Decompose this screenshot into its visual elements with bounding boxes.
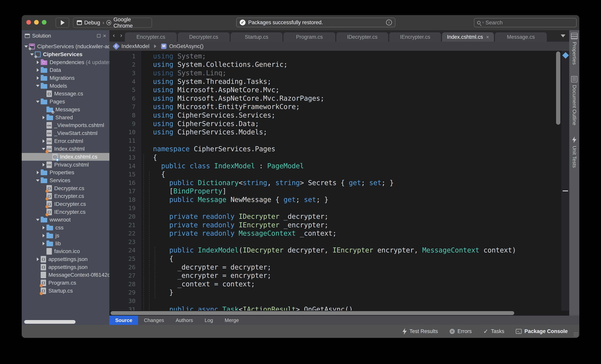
tree-item-cipherservices[interactable]: CipherServices — [22, 51, 110, 59]
tree-item-css[interactable]: css — [22, 224, 110, 232]
tree-item-error-cshtml[interactable]: Error.cshtml — [22, 137, 110, 145]
code-line[interactable]: 17 [BindProperty] — [110, 187, 554, 196]
tree-item-viewstart-cshtml[interactable]: _ViewStart.cshtml — [22, 129, 110, 137]
expand-chevron-icon[interactable] — [41, 226, 47, 229]
code-line[interactable]: 30 — [110, 297, 554, 305]
code-line[interactable]: 12namespace CipherServices.Pages — [110, 145, 554, 153]
code-line[interactable]: 15 { — [110, 170, 554, 179]
tab-idecrypter-cs[interactable]: IDecrypter.cs — [336, 32, 388, 42]
vc-tab-source[interactable]: Source — [110, 316, 138, 325]
tab-program-cs[interactable]: Program.cs — [283, 32, 335, 42]
collapse-chevron-icon[interactable] — [35, 219, 41, 221]
code-line[interactable]: 8using CipherServices.Services; — [110, 111, 554, 120]
code-line[interactable]: 16 public Dictionary<string, string> Sec… — [110, 179, 554, 187]
run-button[interactable] — [56, 18, 69, 28]
code-editor[interactable]: 1using System;2using System.Collections.… — [110, 51, 569, 311]
tree-item-favicon-ico[interactable]: favicon.ico — [22, 247, 110, 255]
expand-chevron-icon[interactable] — [41, 242, 47, 245]
dock-pad-icon[interactable] — [97, 34, 100, 38]
pad-tab-properties[interactable]: Properties — [571, 33, 578, 65]
expand-chevron-icon[interactable] — [35, 258, 41, 261]
vc-tab-log[interactable]: Log — [199, 316, 219, 325]
tree-item-services[interactable]: Services — [22, 177, 110, 184]
vc-tab-merge[interactable]: Merge — [219, 316, 245, 325]
close-pad-icon[interactable]: × — [103, 34, 106, 38]
statusbar-errors[interactable]: ✕Errors — [450, 328, 472, 334]
code-line[interactable]: 24 public IndexModel(IDecrypter decrypte… — [110, 246, 554, 255]
resize-grip[interactable] — [573, 332, 578, 336]
pad-tab-document-outline[interactable]: Document Outline — [571, 76, 577, 125]
code-line[interactable]: 25 { — [110, 254, 554, 263]
tree-item-pages[interactable]: Pages — [22, 98, 110, 106]
collapse-chevron-icon[interactable] — [35, 101, 41, 103]
tree-item-viewimports-cshtml[interactable]: _ViewImports.cshtml — [22, 121, 110, 129]
code-line[interactable]: 11 — [110, 136, 554, 145]
tab-decrypter-cs[interactable]: Decrypter.cs — [178, 32, 230, 42]
tab-iencrypter-cs[interactable]: IEncrypter.cs — [389, 32, 441, 42]
tree-item-messages[interactable]: Messages — [22, 106, 110, 114]
collapse-chevron-icon[interactable] — [29, 53, 35, 56]
tree-item-index-cshtml[interactable]: Index.cshtml — [22, 145, 110, 153]
tree-item-properties[interactable]: Properties — [22, 169, 110, 177]
tree-item-encrypter-cs[interactable]: Encrypter.cs — [22, 192, 110, 200]
collapse-chevron-icon[interactable] — [23, 45, 29, 48]
tree-item-data[interactable]: Data — [22, 66, 110, 74]
tree-item-index-cshtml-cs[interactable]: Index.cshtml.cs — [22, 153, 110, 161]
close-icon[interactable]: × — [486, 34, 489, 40]
tab-index-cshtml-cs[interactable]: Index.cshtml.cs× — [442, 32, 494, 42]
tab-overflow-dropdown-icon[interactable] — [561, 34, 565, 37]
tab-encrypter-cs[interactable]: Encrypter.cs — [125, 32, 177, 42]
tree-item-appsettings-json[interactable]: appsettings.json — [22, 255, 110, 263]
tree-item-lib[interactable]: lib — [22, 240, 110, 247]
code-line[interactable]: 13{ — [110, 153, 554, 162]
tree-item-dependencies[interactable]: Dependencies(4 updates) — [22, 58, 110, 66]
expand-chevron-icon[interactable] — [41, 163, 47, 167]
code-line[interactable]: 5using Microsoft.AspNetCore.Mvc; — [110, 86, 554, 94]
minimize-window-button[interactable] — [34, 20, 39, 25]
code-line[interactable]: 29 } — [110, 288, 554, 297]
breadcrumb-class[interactable]: C IndexModel — [114, 43, 150, 49]
tree-item-privacy-cshtml[interactable]: Privacy.cshtml — [22, 161, 110, 169]
breadcrumb-method[interactable]: M OnGetAsync() — [161, 43, 203, 49]
expand-chevron-icon[interactable] — [35, 171, 41, 174]
expand-chevron-icon[interactable] — [35, 76, 41, 80]
editor-horizontal-scrollbar[interactable] — [110, 311, 514, 315]
code-line[interactable]: 19 — [110, 204, 554, 212]
code-line[interactable]: 4using System.Threading.Tasks; — [110, 77, 554, 86]
expand-chevron-icon[interactable] — [41, 116, 47, 119]
search-input[interactable] — [485, 20, 563, 26]
tab-startup-cs[interactable]: Startup.cs — [230, 32, 282, 42]
expand-chevron-icon[interactable] — [41, 234, 47, 237]
vc-tab-changes[interactable]: Changes — [138, 316, 170, 325]
collapse-chevron-icon[interactable] — [35, 85, 41, 87]
vc-tab-authors[interactable]: Authors — [170, 316, 199, 325]
tree-item-message-cs[interactable]: Message.cs — [22, 90, 110, 98]
expand-chevron-icon[interactable] — [41, 139, 47, 143]
sidebar-horizontal-scrollbar[interactable] — [24, 320, 76, 324]
expand-chevron-icon[interactable] — [35, 68, 41, 72]
code-line[interactable]: 7using Microsoft.EntityFrameworkCore; — [110, 103, 554, 111]
collapse-chevron-icon[interactable] — [35, 180, 41, 182]
pad-tab-unit-tests[interactable]: Unit Tests — [571, 137, 577, 168]
code-line[interactable]: 2using System.Collections.Generic; — [110, 61, 554, 69]
close-window-button[interactable] — [26, 20, 31, 25]
tree-item-decrypter-cs[interactable]: Decrypter.cs — [22, 184, 110, 192]
code-line[interactable]: 6using Microsoft.AspNetCore.Mvc.RazorPag… — [110, 94, 554, 103]
code-line[interactable]: 20 private readonly IDecrypter _decrypte… — [110, 212, 554, 221]
tree-item-js[interactable]: js — [22, 232, 110, 240]
code-line[interactable]: 26 _decrypter = decrypter; — [110, 263, 554, 272]
forward-icon[interactable]: › — [120, 32, 122, 39]
tree-item-shared[interactable]: Shared — [22, 113, 110, 121]
code-line[interactable]: 1using System; — [110, 52, 554, 61]
code-line[interactable]: 9using CipherServices.Data; — [110, 120, 554, 128]
code-line[interactable]: 21 private readonly IEncrypter _encrypte… — [110, 221, 554, 229]
expand-chevron-icon[interactable] — [35, 61, 41, 64]
code-line[interactable]: 22 private readonly MessageContext _cont… — [110, 229, 554, 238]
code-line[interactable]: 28 _context = context; — [110, 280, 554, 288]
tree-item-messagecontext-0f6142c6-939d[interactable]: MessageContext-0f6142c6-939d- — [22, 271, 110, 279]
tree-item-idecrypter-cs[interactable]: IDecrypter.cs — [22, 200, 110, 208]
code-line[interactable]: 27 _encrypter = encrypter; — [110, 271, 554, 280]
statusbar-package-console[interactable]: >_Package Console — [516, 328, 568, 334]
zoom-window-button[interactable] — [42, 20, 47, 25]
code-line[interactable]: 31 public async Task<IActionResult> OnGe… — [110, 305, 554, 311]
